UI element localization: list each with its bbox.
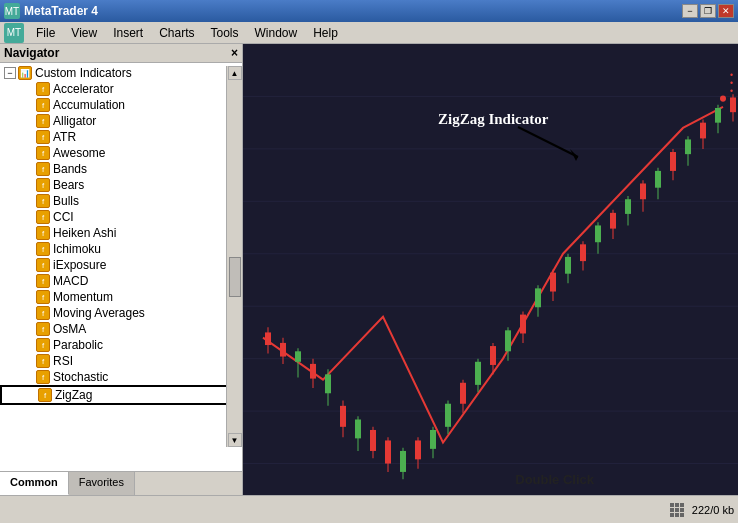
svg-rect-72 [730, 97, 736, 112]
kb-label: 222/0 kb [692, 504, 734, 516]
tree-item-zigzag[interactable]: f ZigZag [0, 385, 242, 405]
indicator-label-iexposure: iExposure [53, 258, 106, 272]
indicator-icon-bears: f [36, 178, 50, 192]
indicator-label-zigzag: ZigZag [55, 388, 92, 402]
indicator-icon-alligator: f [36, 114, 50, 128]
chart-svg: • • • [243, 44, 738, 495]
svg-rect-34 [445, 404, 451, 427]
tree-root-item[interactable]: − 📊 Custom Indicators [0, 65, 242, 81]
indicator-label-awesome: Awesome [53, 146, 105, 160]
tree-item-osma[interactable]: f OsMA [0, 321, 242, 337]
tree-item-atr[interactable]: f ATR [0, 129, 242, 145]
navigator-header: Navigator × [0, 44, 242, 63]
tree-item-bulls[interactable]: f Bulls [0, 193, 242, 209]
indicator-icon-accelerator: f [36, 82, 50, 96]
indicator-icon-rsi: f [36, 354, 50, 368]
svg-rect-66 [685, 139, 691, 154]
svg-rect-64 [670, 152, 676, 171]
svg-rect-46 [535, 288, 541, 307]
tree-item-alligator[interactable]: f Alligator [0, 113, 242, 129]
svg-rect-60 [640, 183, 646, 199]
scroll-track[interactable] [228, 80, 242, 433]
tree-item-momentum[interactable]: f Momentum [0, 289, 242, 305]
tab-favorites[interactable]: Favorites [69, 472, 135, 495]
indicator-icon-ichimoku: f [36, 242, 50, 256]
indicator-icon-heiken: f [36, 226, 50, 240]
svg-rect-62 [655, 171, 661, 188]
tree-item-movingaverages[interactable]: f Moving Averages [0, 305, 242, 321]
menu-bar: MT File View Insert Charts Tools Window … [0, 22, 738, 44]
scroll-down-button[interactable]: ▼ [228, 433, 242, 447]
close-button[interactable]: ✕ [718, 4, 734, 18]
svg-rect-22 [355, 419, 361, 438]
indicator-label-bands: Bands [53, 162, 87, 176]
svg-rect-58 [625, 199, 631, 214]
indicator-label-rsi: RSI [53, 354, 73, 368]
tree-item-heiken[interactable]: f Heiken Ashi [0, 225, 242, 241]
menu-file[interactable]: File [28, 24, 63, 42]
indicator-label-accumulation: Accumulation [53, 98, 125, 112]
scroll-up-button[interactable]: ▲ [228, 66, 242, 80]
tree-item-iexposure[interactable]: f iExposure [0, 257, 242, 273]
title-text: MetaTrader 4 [24, 4, 98, 18]
indicator-label-ichimoku: Ichimoku [53, 242, 101, 256]
indicator-icon-bands: f [36, 162, 50, 176]
tree-item-accumulation[interactable]: f Accumulation [0, 97, 242, 113]
indicator-icon-stochastic: f [36, 370, 50, 384]
minimize-button[interactable]: − [682, 4, 698, 18]
indicator-icon-osma: f [36, 322, 50, 336]
tree-item-awesome[interactable]: f Awesome [0, 145, 242, 161]
tree-item-macd[interactable]: f MACD [0, 273, 242, 289]
menu-insert[interactable]: Insert [105, 24, 151, 42]
indicator-icon-cci: f [36, 210, 50, 224]
navigator-panel: Navigator × − 📊 Custom Indicators f Acce… [0, 44, 243, 495]
scroll-thumb[interactable] [229, 257, 241, 297]
main-area: Navigator × − 📊 Custom Indicators f Acce… [0, 44, 738, 495]
menu-help[interactable]: Help [305, 24, 346, 42]
menu-charts[interactable]: Charts [151, 24, 202, 42]
indicator-icon-zigzag: f [38, 388, 52, 402]
svg-rect-12 [280, 343, 286, 357]
indicator-label-osma: OsMA [53, 322, 86, 336]
tree-item-ichimoku[interactable]: f Ichimoku [0, 241, 242, 257]
tree-item-bears[interactable]: f Bears [0, 177, 242, 193]
indicator-icon-momentum: f [36, 290, 50, 304]
indicator-label-movingaverages: Moving Averages [53, 306, 145, 320]
indicator-label-heiken: Heiken Ashi [53, 226, 116, 240]
svg-rect-52 [580, 244, 586, 261]
grid-icon [670, 503, 684, 517]
tree-expand-icon[interactable]: − [4, 67, 16, 79]
navigator-tree: − 📊 Custom Indicators f Accelerator f Ac… [0, 63, 242, 471]
indicator-icon-iexposure: f [36, 258, 50, 272]
navigator-scrollbar[interactable]: ▲ ▼ [226, 66, 242, 447]
indicator-icon-awesome: f [36, 146, 50, 160]
svg-rect-16 [310, 364, 316, 379]
menu-view[interactable]: View [63, 24, 105, 42]
svg-rect-0 [243, 44, 738, 495]
tree-item-bands[interactable]: f Bands [0, 161, 242, 177]
custom-indicators-icon: 📊 [18, 66, 32, 80]
svg-rect-70 [715, 108, 721, 123]
indicator-label-macd: MACD [53, 274, 88, 288]
tree-item-rsi[interactable]: f RSI [0, 353, 242, 369]
app-icon: MT [4, 3, 20, 19]
indicator-icon-movingaverages: f [36, 306, 50, 320]
restore-button[interactable]: ❐ [700, 4, 716, 18]
indicator-label-cci: CCI [53, 210, 74, 224]
tree-item-parabolic[interactable]: f Parabolic [0, 337, 242, 353]
svg-rect-42 [505, 330, 511, 351]
title-buttons: − ❐ ✕ [682, 4, 734, 18]
svg-rect-68 [700, 123, 706, 139]
navigator-close-button[interactable]: × [231, 46, 238, 60]
svg-rect-30 [415, 440, 421, 459]
tree-item-accelerator[interactable]: f Accelerator [0, 81, 242, 97]
tree-item-cci[interactable]: f CCI [0, 209, 242, 225]
menu-tools[interactable]: Tools [203, 24, 247, 42]
indicator-icon-atr: f [36, 130, 50, 144]
tree-item-stochastic[interactable]: f Stochastic [0, 369, 242, 385]
tab-common[interactable]: Common [0, 472, 69, 495]
indicator-icon-parabolic: f [36, 338, 50, 352]
menu-window[interactable]: Window [247, 24, 306, 42]
indicator-label-alligator: Alligator [53, 114, 96, 128]
indicator-label-stochastic: Stochastic [53, 370, 108, 384]
